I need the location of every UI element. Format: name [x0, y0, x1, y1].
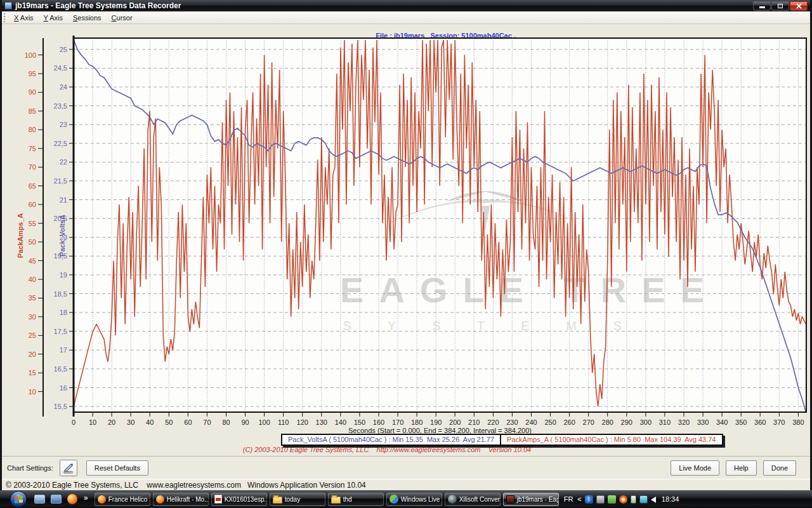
svg-text:65: 65: [29, 182, 36, 190]
svg-text:100: 100: [25, 51, 36, 59]
svg-text:22: 22: [60, 158, 67, 166]
xilisoft-icon: [448, 495, 457, 504]
menu-y-axis[interactable]: Y Axis: [39, 13, 68, 23]
svg-text:35: 35: [29, 294, 36, 302]
taskbar-item-today[interactable]: today: [270, 493, 325, 506]
taskbar-item-jb19mars-active[interactable]: jb19mars - Eag...: [503, 493, 559, 506]
svg-text:170: 170: [392, 418, 403, 426]
svg-text:45: 45: [29, 257, 36, 265]
orange-swirl-tray-icon[interactable]: [619, 495, 627, 504]
messenger-icon: [390, 495, 398, 504]
amps-axis-title: PackAmps_A: [16, 213, 24, 258]
svg-text:23,5: 23,5: [54, 102, 67, 110]
taskbar-item-helikraft[interactable]: Helikraft - Mo...: [153, 493, 209, 506]
svg-text:19: 19: [60, 271, 67, 279]
taskbar-item-windows-live[interactable]: Windows Live ...: [386, 493, 442, 506]
minimize-button[interactable]: [753, 1, 771, 11]
menu-cursor[interactable]: Cursor: [107, 13, 138, 23]
svg-text:370: 370: [773, 418, 785, 426]
svg-text:22,5: 22,5: [54, 140, 67, 147]
eagle-tree-app-icon: [506, 495, 514, 504]
firefox-quicklaunch-icon[interactable]: [67, 494, 77, 504]
bluetooth-icon[interactable]: ᛒ: [585, 495, 593, 504]
svg-text:340: 340: [716, 418, 728, 426]
svg-text:25: 25: [60, 46, 67, 53]
svg-text:21: 21: [60, 196, 67, 204]
language-indicator[interactable]: FR: [564, 495, 573, 503]
tray-expand-chevron[interactable]: <: [577, 495, 581, 503]
svg-text:55: 55: [29, 220, 36, 227]
svg-text:90: 90: [241, 418, 249, 426]
security-lock-icon[interactable]: [596, 495, 605, 504]
legend-volts: Pack_VoltsA ( 5100mah40Cac ) : Min 15.35…: [282, 435, 501, 444]
chart-settings-label: Chart Settings:: [7, 464, 53, 472]
chart-settings-button[interactable]: [60, 460, 77, 476]
menu-sessions[interactable]: Sessions: [68, 13, 107, 23]
toolbar-overflow-chevron[interactable]: »: [84, 493, 88, 502]
app-window: jb19mars - Eagle Tree Systems Data Recor…: [0, 0, 812, 508]
firefox-icon: [156, 495, 164, 504]
svg-text:21,5: 21,5: [54, 177, 67, 185]
network-display-icon[interactable]: [639, 495, 648, 504]
svg-text:40: 40: [146, 418, 154, 426]
svg-text:30: 30: [127, 418, 134, 426]
svg-text:70: 70: [29, 163, 36, 171]
svg-text:220: 220: [487, 418, 499, 426]
svg-text:180: 180: [411, 418, 422, 426]
green-cube-tray-icon[interactable]: [608, 495, 616, 504]
chart-tools-icon: [63, 462, 74, 474]
live-mode-button[interactable]: Live Mode: [671, 460, 719, 476]
svg-text:60: 60: [29, 201, 36, 208]
svg-text:260: 260: [563, 418, 575, 426]
help-button[interactable]: Help: [726, 460, 757, 476]
reset-defaults-button[interactable]: Reset Defaults: [86, 460, 148, 476]
folder-icon: [273, 497, 282, 504]
taskbar-item-pdf[interactable]: KX016013esp....: [211, 493, 267, 506]
svg-text:80: 80: [29, 126, 36, 133]
svg-text:360: 360: [754, 418, 766, 426]
taskbar-item-thd[interactable]: thd: [328, 493, 384, 506]
volume-icon[interactable]: [651, 497, 656, 503]
chart-canvas[interactable]: EAGLE TREES Y S T E M S10152025303540455…: [2, 34, 812, 434]
minimize-icon: [759, 6, 765, 8]
close-button[interactable]: [790, 1, 808, 11]
taskbar-item-france-helico[interactable]: France Helico ...: [95, 493, 150, 506]
svg-text:16: 16: [60, 384, 67, 392]
taskbar-item-xilisoft[interactable]: Xilisoft Conver...: [445, 493, 501, 506]
svg-text:23: 23: [60, 121, 67, 128]
battery-icon[interactable]: [631, 495, 636, 504]
pdf-icon: [214, 495, 222, 504]
svg-text:50: 50: [29, 238, 36, 246]
svg-text:280: 280: [602, 418, 613, 426]
menu-x-axis[interactable]: X Axis: [9, 13, 39, 23]
svg-text:270: 270: [583, 418, 594, 426]
legend: Pack_VoltsA ( 5100mah40Cac ) : Min 15.35…: [281, 434, 723, 446]
status-text: © 2003-2010 Eagle Tree Systems, LLC www.…: [6, 481, 366, 490]
svg-text:17: 17: [60, 346, 67, 354]
svg-text:95: 95: [29, 70, 36, 77]
switch-windows-icon[interactable]: [51, 495, 62, 504]
svg-text:20: 20: [108, 418, 115, 426]
svg-text:EAGLE TREE: EAGLE TREE: [340, 270, 719, 310]
svg-text:160: 160: [373, 418, 384, 426]
svg-text:140: 140: [335, 418, 346, 426]
svg-text:190: 190: [430, 418, 442, 426]
done-button[interactable]: Done: [763, 460, 796, 476]
tray-clock[interactable]: 18:34: [662, 495, 679, 503]
svg-text:10: 10: [29, 388, 36, 396]
svg-text:15: 15: [29, 369, 36, 377]
svg-text:110: 110: [278, 418, 289, 426]
restore-button[interactable]: [771, 1, 789, 11]
svg-text:0: 0: [72, 418, 75, 426]
start-button[interactable]: [10, 491, 27, 507]
svg-text:100: 100: [258, 418, 270, 426]
svg-text:310: 310: [659, 418, 671, 426]
svg-text:70: 70: [203, 418, 211, 426]
svg-text:210: 210: [468, 418, 480, 426]
restore-icon: [778, 4, 783, 8]
svg-text:16,5: 16,5: [54, 365, 67, 373]
file-session-header: File : jb19mars Session: 5100mah40Cac .: [2, 24, 810, 34]
show-desktop-icon[interactable]: [34, 495, 45, 504]
svg-text:20: 20: [29, 351, 36, 358]
menu-bar: X Axis Y Axis Sessions Cursor: [2, 11, 810, 24]
